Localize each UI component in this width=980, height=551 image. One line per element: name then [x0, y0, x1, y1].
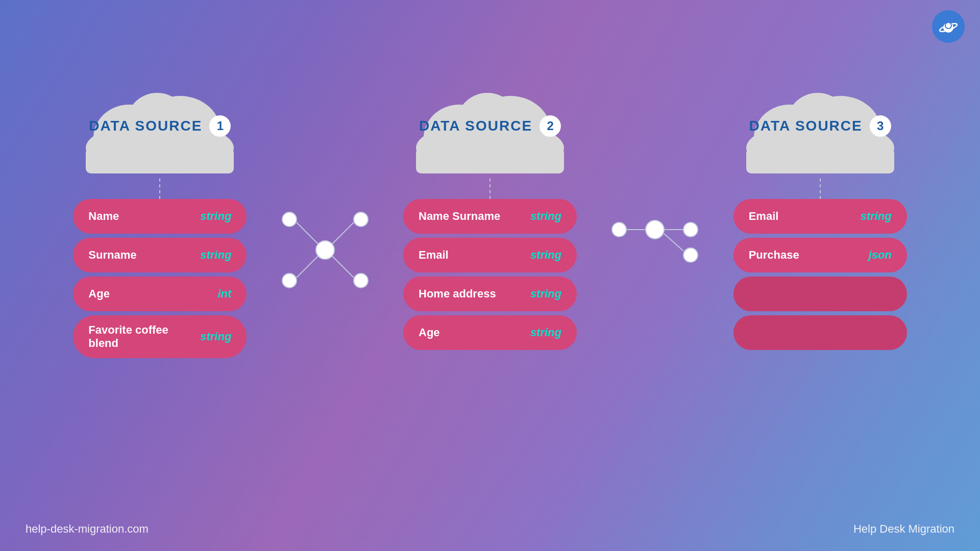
cloud-1-title: DATA SOURCE [89, 118, 202, 134]
ds1-field-3: Age int [73, 277, 247, 311]
svg-point-30 [683, 222, 698, 237]
page-wrapper: DATA SOURCE 1 Name string Surname string… [0, 0, 980, 551]
ds2-field-4-type: string [530, 326, 561, 339]
svg-point-15 [354, 212, 368, 227]
ds2-field-1-name: Name Surname [419, 210, 500, 223]
cloud-3-title: DATA SOURCE [749, 118, 863, 134]
cloud-3-connector [820, 179, 821, 199]
footer-website: help-desk-migration.com [26, 522, 149, 536]
svg-point-29 [646, 220, 664, 239]
svg-rect-27 [416, 148, 564, 173]
data-source-1-column: DATA SOURCE 1 Name string Surname string… [41, 77, 279, 358]
footer: help-desk-migration.com Help Desk Migrat… [0, 522, 980, 536]
ds3-field-1: Email string [733, 199, 907, 234]
ds3-field-3 [733, 277, 907, 311]
cloud-1: DATA SOURCE 1 [78, 77, 241, 173]
ds1-field-1: Name string [73, 199, 247, 234]
svg-point-12 [316, 241, 334, 259]
svg-line-19 [332, 222, 354, 244]
ds1-field-2-type: string [200, 248, 231, 262]
svg-line-18 [297, 256, 318, 278]
cloud-1-label: DATA SOURCE 1 [89, 115, 231, 137]
svg-point-16 [354, 273, 368, 288]
cloud-2-number: 2 [540, 115, 561, 137]
logo [932, 10, 965, 43]
ds1-field-3-type: int [217, 287, 231, 300]
cloud-1-number: 1 [209, 115, 231, 137]
ds2-field-2-type: string [530, 248, 561, 262]
ds2-field-2: Email string [403, 238, 577, 272]
connector-svg-1-2 [279, 179, 371, 321]
cloud-3: DATA SOURCE 3 [739, 77, 902, 173]
ds2-field-1: Name Surname string [403, 199, 577, 234]
ds1-field-4-type: string [200, 330, 231, 343]
svg-point-28 [612, 222, 626, 237]
footer-company: Help Desk Migration [853, 522, 954, 536]
cloud-3-label: DATA SOURCE 3 [749, 115, 891, 137]
ds3-fields: Email string Purchase json [733, 199, 907, 350]
ds2-field-3: Home address string [403, 277, 577, 311]
cloud-2-title: DATA SOURCE [419, 118, 532, 134]
svg-rect-41 [746, 148, 894, 173]
ds2-field-4-name: Age [419, 326, 440, 339]
main-content: DATA SOURCE 1 Name string Surname string… [0, 77, 980, 510]
ds3-field-2-type: json [868, 248, 891, 262]
ds1-field-1-type: string [200, 210, 231, 223]
svg-point-14 [282, 273, 297, 288]
ds3-field-1-name: Email [749, 210, 779, 223]
ds2-field-3-type: string [530, 287, 561, 300]
svg-line-20 [332, 256, 354, 278]
ds1-field-4-name: Favorite coffee blend [88, 323, 200, 350]
svg-point-4 [946, 23, 951, 28]
cloud-2-connector [489, 179, 491, 199]
ds1-field-3-name: Age [88, 287, 110, 300]
cloud-3-number: 3 [870, 115, 891, 137]
ds2-field-3-name: Home address [419, 287, 496, 300]
ds2-field-4: Age string [403, 315, 577, 350]
ds2-fields: Name Surname string Email string Home ad… [403, 199, 577, 350]
connector-svg-2-3 [609, 189, 701, 291]
ds3-field-2-name: Purchase [749, 248, 799, 262]
ds1-fields: Name string Surname string Age int Favor… [73, 199, 247, 358]
ds1-field-4: Favorite coffee blend string [73, 315, 247, 358]
ds2-field-2-name: Email [419, 248, 449, 262]
svg-point-13 [282, 212, 297, 227]
svg-line-17 [297, 222, 318, 244]
ds1-field-2: Surname string [73, 238, 247, 272]
ds1-field-1-name: Name [88, 210, 119, 223]
ds1-field-2-name: Surname [88, 248, 136, 262]
ds2-field-1-type: string [530, 210, 561, 223]
svg-line-34 [664, 234, 683, 251]
svg-rect-11 [86, 148, 234, 173]
cloud-1-connector [159, 179, 160, 199]
data-source-3-column: DATA SOURCE 3 Email string Purchase json [701, 77, 939, 350]
cloud-2: DATA SOURCE 2 [408, 77, 572, 173]
cloud-2-label: DATA SOURCE 2 [419, 115, 561, 137]
ds3-field-2: Purchase json [733, 238, 907, 272]
svg-point-31 [683, 248, 698, 262]
ds3-field-4 [733, 315, 907, 350]
data-source-2-column: DATA SOURCE 2 Name Surname string Email … [371, 77, 609, 350]
ds3-field-1-type: string [861, 210, 892, 223]
